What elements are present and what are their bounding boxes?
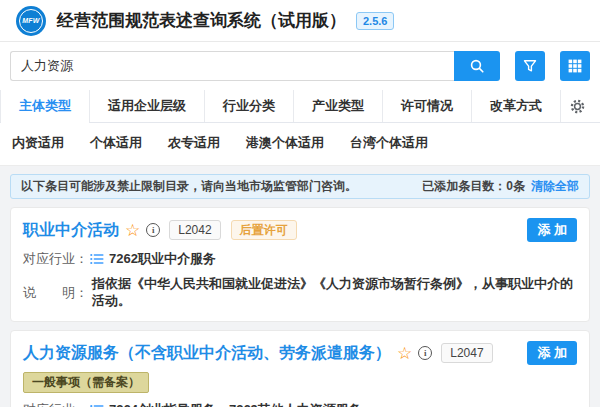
subtab-domestic[interactable]: 内资适用 xyxy=(12,134,64,152)
description-label: 说 明： xyxy=(23,284,88,301)
subtab-farmer-coop[interactable]: 农专适用 xyxy=(168,134,220,152)
subtab-taiwan-individual[interactable]: 台湾个体适用 xyxy=(350,134,428,152)
sub-filter-row: 内资适用 个体适用 农专适用 港澳个体适用 台湾个体适用 xyxy=(0,123,600,165)
info-icon[interactable]: i xyxy=(418,346,432,360)
star-icon[interactable]: ☆ xyxy=(125,222,140,239)
filter-tabs: 主体类型 适用企业层级 行业分类 产业类型 许可情况 改革方式 xyxy=(0,90,600,123)
magnifier-icon xyxy=(469,58,485,74)
tab-industry-category[interactable]: 行业分类 xyxy=(205,90,294,122)
list-icon[interactable] xyxy=(90,404,104,407)
search-input[interactable] xyxy=(10,51,454,81)
tab-industry-type[interactable]: 产业类型 xyxy=(294,90,383,122)
industry-value: 7264创业指导服务；7269其他人力资源服务 xyxy=(109,401,362,407)
grid-view-button[interactable] xyxy=(560,51,590,81)
star-icon[interactable]: ☆ xyxy=(397,345,412,362)
result-title[interactable]: 人力资源服务（不含职业中介活动、劳务派遣服务） xyxy=(23,343,391,364)
license-badge: 后置许可 xyxy=(231,220,297,240)
version-badge: 2.5.6 xyxy=(356,12,394,30)
gear-icon[interactable] xyxy=(569,90,600,122)
subtab-individual[interactable]: 个体适用 xyxy=(90,134,142,152)
list-icon[interactable] xyxy=(90,253,104,265)
code-badge: L2047 xyxy=(441,343,492,363)
app-header: MFW 经营范围规范表述查询系统（试用版） 2.5.6 xyxy=(0,0,600,42)
notice-bar: 以下条目可能涉及禁止限制目录，请向当地市场监管部门咨询。 已添加条目数：0条 清… xyxy=(10,174,590,199)
industry-label: 对应行业： xyxy=(23,250,88,267)
funnel-icon xyxy=(522,58,538,74)
tab-license-status[interactable]: 许可情况 xyxy=(383,90,472,122)
industry-label: 对应行业： xyxy=(23,401,88,407)
subtab-hkmo-individual[interactable]: 港澳个体适用 xyxy=(246,134,324,152)
clear-all-link[interactable]: 清除全部 xyxy=(531,178,579,195)
notice-text: 以下条目可能涉及禁止限制目录，请向当地市场监管部门咨询。 xyxy=(21,178,357,195)
category-badge: 一般事项（需备案） xyxy=(23,372,149,393)
app-logo-text: MFW xyxy=(19,9,43,33)
result-card: 职业中介活动 ☆ i L2042 后置许可 添 加 对应行业： 7262职业中介… xyxy=(10,207,590,322)
added-count-label: 已添加条目数：0条 xyxy=(422,178,525,195)
search-button[interactable] xyxy=(454,51,500,81)
search-bar xyxy=(0,42,600,90)
info-icon[interactable]: i xyxy=(146,223,160,237)
app-logo-icon: MFW xyxy=(16,6,46,36)
page-title: 经营范围规范表述查询系统（试用版） xyxy=(57,9,346,32)
industry-value: 7262职业中介服务 xyxy=(109,250,216,267)
add-button[interactable]: 添 加 xyxy=(527,218,577,242)
top-panel: 主体类型 适用企业层级 行业分类 产业类型 许可情况 改革方式 内资适用 个体适… xyxy=(0,42,600,166)
tab-enterprise-level[interactable]: 适用企业层级 xyxy=(90,90,205,122)
description-value: 指依据《中华人民共和国就业促进法》《人力资源市场暂行条例》，从事职业中介的活动。 xyxy=(92,275,577,309)
add-button[interactable]: 添 加 xyxy=(527,341,577,365)
result-card: 人力资源服务（不含职业中介活动、劳务派遣服务） ☆ i L2047 添 加 一般… xyxy=(10,330,590,407)
tab-reform-mode[interactable]: 改革方式 xyxy=(472,90,561,122)
filter-button[interactable] xyxy=(515,51,545,81)
result-title[interactable]: 职业中介活动 xyxy=(23,220,119,241)
code-badge: L2042 xyxy=(169,220,220,240)
grid-icon xyxy=(567,58,583,74)
results-area: 以下条目可能涉及禁止限制目录，请向当地市场监管部门咨询。 已添加条目数：0条 清… xyxy=(0,174,600,407)
tab-subject-type[interactable]: 主体类型 xyxy=(0,90,90,122)
